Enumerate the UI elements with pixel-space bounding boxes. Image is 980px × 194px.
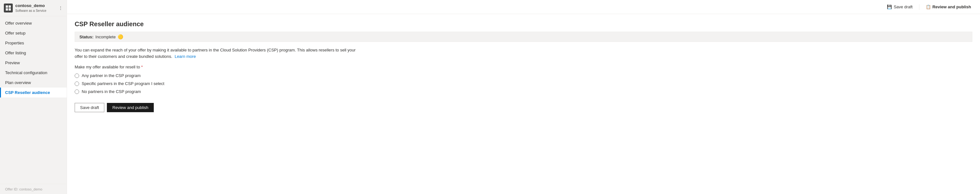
radio-label-no-partners: No partners in the CSP program [82, 89, 141, 94]
radio-input-specific-partners[interactable] [75, 82, 79, 86]
app-logo [4, 3, 13, 13]
sidebar: contoso_demo Software as a Service ⋮ Off… [0, 0, 67, 194]
svg-rect-1 [9, 5, 11, 8]
sidebar-item-offer-overview[interactable]: Offer overview [0, 18, 67, 28]
review-publish-top-label: Review and publish [932, 5, 971, 9]
sidebar-footer: Offer ID: contoso_demo [0, 184, 67, 194]
company-name: contoso_demo [15, 3, 46, 9]
svg-rect-3 [9, 8, 11, 11]
radio-group: Any partner in the CSP programSpecific p… [75, 73, 972, 94]
sidebar-item-technical-configuration[interactable]: Technical configuration [0, 68, 67, 78]
sidebar-item-offer-setup[interactable]: Offer setup [0, 28, 67, 38]
review-publish-bottom-button[interactable]: Review and publish [107, 103, 154, 112]
sidebar-item-preview[interactable]: Preview [0, 58, 67, 68]
status-icon: 🟡 [118, 34, 123, 39]
sidebar-nav: Offer overviewOffer setupPropertiesOffer… [0, 16, 67, 184]
status-value: Incomplete [95, 35, 116, 39]
status-label: Status: [80, 35, 94, 39]
svg-rect-0 [6, 5, 8, 8]
radio-item-any-partner[interactable]: Any partner in the CSP program [75, 73, 972, 78]
sidebar-item-plan-overview[interactable]: Plan overview [0, 78, 67, 88]
required-marker: * [140, 64, 143, 69]
topbar: 💾 Save draft 📋 Review and publish [67, 0, 980, 14]
save-draft-top-button[interactable]: 💾 Save draft [884, 3, 915, 11]
radio-input-any-partner[interactable] [75, 74, 79, 78]
offer-id-label: Offer ID: contoso_demo [5, 187, 43, 191]
toggle-icon: ⋮ [58, 5, 63, 11]
radio-item-specific-partners[interactable]: Specific partners in the CSP program I s… [75, 81, 972, 86]
content-area: CSP Reseller audience Status: Incomplete… [67, 14, 980, 194]
radio-label-specific-partners: Specific partners in the CSP program I s… [82, 81, 164, 86]
learn-more-link[interactable]: Learn more [175, 54, 196, 59]
save-draft-bottom-button[interactable]: Save draft [75, 103, 104, 112]
section-label-text: Make my offer available for resell to [75, 64, 140, 69]
topbar-divider [919, 4, 920, 10]
publish-icon: 📋 [926, 5, 931, 9]
main-area: 💾 Save draft 📋 Review and publish CSP Re… [67, 0, 980, 194]
topbar-actions: 💾 Save draft 📋 Review and publish [884, 3, 974, 11]
radio-input-no-partners[interactable] [75, 90, 79, 94]
svg-rect-2 [6, 8, 8, 11]
save-draft-top-label: Save draft [894, 5, 912, 9]
sidebar-item-properties[interactable]: Properties [0, 38, 67, 48]
radio-item-no-partners[interactable]: No partners in the CSP program [75, 89, 972, 94]
sidebar-title-block: contoso_demo Software as a Service [15, 3, 46, 13]
review-publish-top-button[interactable]: 📋 Review and publish [923, 3, 974, 11]
sidebar-item-offer-listing[interactable]: Offer listing [0, 48, 67, 58]
save-icon: 💾 [887, 5, 892, 9]
action-buttons: Save draft Review and publish [75, 103, 972, 112]
description-text: You can expand the reach of your offer b… [75, 47, 362, 59]
sidebar-item-csp-reseller-audience[interactable]: CSP Reseller audience [0, 88, 67, 98]
sidebar-toggle-button[interactable]: ⋮ [58, 5, 63, 11]
radio-label-any-partner: Any partner in the CSP program [82, 73, 141, 78]
description-content: You can expand the reach of your offer b… [75, 48, 356, 59]
sidebar-header: contoso_demo Software as a Service ⋮ [0, 0, 67, 16]
page-title: CSP Reseller audience [75, 21, 972, 28]
status-bar: Status: Incomplete 🟡 [75, 32, 972, 42]
section-label: Make my offer available for resell to * [75, 64, 972, 69]
company-subtitle: Software as a Service [15, 9, 46, 13]
